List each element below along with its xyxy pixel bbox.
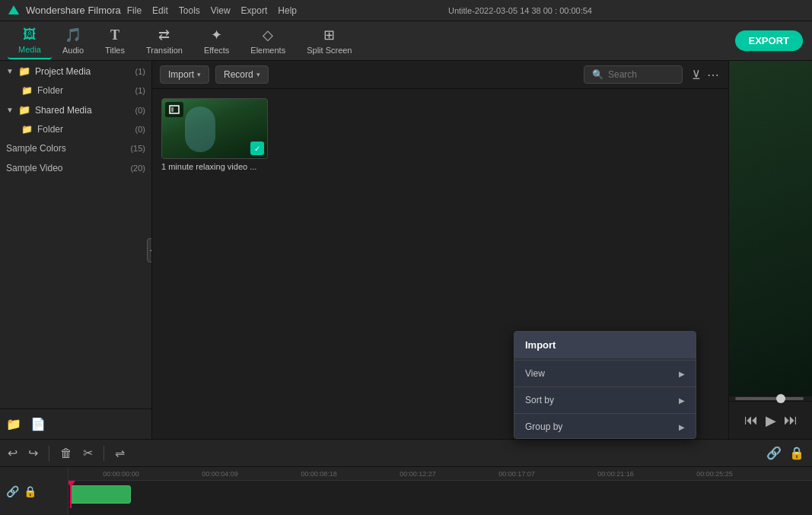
- toolbar-separator-1: [49, 446, 49, 461]
- search-box[interactable]: 🔍: [584, 65, 683, 84]
- shared-media-chevron: ▼: [6, 106, 14, 114]
- main-area: ▼ 📁 Project Media (1) 📁 Folder (1) ▼ 📁 S…: [0, 61, 812, 439]
- toolbar-titles-label: Titles: [105, 46, 125, 55]
- toolbar-audio[interactable]: 🎵 Audio: [52, 23, 94, 59]
- preview-prev-button[interactable]: ⏮: [744, 412, 758, 428]
- preview-slider-thumb: [776, 394, 785, 403]
- project-media-section: ▼ 📁 Project Media (1) 📁 Folder (1): [0, 61, 151, 100]
- preview-panel: ⏮ ▶ ⏭: [728, 61, 812, 439]
- main-toolbar: 🖼 Media 🎵 Audio T Titles ⇄ Transition ✦ …: [0, 21, 812, 61]
- timeline-ruler: 00:00:00:00 00:00:04:09 00:00:08:18 00:0…: [68, 467, 812, 481]
- audio-icon: 🎵: [65, 27, 81, 43]
- shared-media-section: ▼ 📁 Shared Media (0) 📁 Folder (0): [0, 100, 151, 138]
- playhead[interactable]: [70, 481, 72, 508]
- delete-icon[interactable]: 🗑: [60, 447, 72, 460]
- menu-help[interactable]: Help: [278, 5, 297, 16]
- svg-rect-1: [170, 106, 179, 113]
- ruler-mark-6: 00:00:25:25: [665, 470, 764, 478]
- toolbar-media-label: Media: [18, 45, 41, 54]
- sample-colors-item[interactable]: Sample Colors (15): [0, 138, 151, 158]
- toolbar-media[interactable]: 🖼 Media: [8, 23, 52, 59]
- ruler-mark-3: 00:00:12:27: [368, 470, 467, 478]
- project-media-folder[interactable]: 📁 Folder (1): [0, 81, 151, 100]
- lock-icon[interactable]: 🔒: [789, 446, 804, 460]
- context-menu-view-arrow: ▶: [679, 370, 685, 378]
- search-icon: 🔍: [592, 69, 603, 80]
- svg-rect-2: [171, 107, 174, 112]
- thumbnail-overlay-tl: [165, 102, 183, 117]
- toolbar-titles[interactable]: T Titles: [94, 23, 135, 59]
- effects-icon: ✦: [211, 27, 222, 43]
- export-button[interactable]: EXPORT: [735, 30, 803, 51]
- sample-colors-label: Sample Colors: [6, 143, 130, 154]
- toolbar-splitscreen[interactable]: ⊞ Split Screen: [296, 23, 362, 59]
- shared-media-label: Shared Media: [35, 105, 131, 116]
- context-menu-sortby[interactable]: Sort by ▶: [514, 389, 696, 412]
- thumbnail-waterfall: [185, 106, 215, 152]
- context-menu-sortby-arrow: ▶: [679, 396, 685, 405]
- toolbar-splitscreen-label: Split Screen: [307, 46, 352, 55]
- search-input[interactable]: [608, 69, 677, 80]
- cut-icon[interactable]: ✂: [83, 446, 93, 460]
- timeline-main: 00:00:00:00 00:00:04:09 00:00:08:18 00:0…: [68, 467, 812, 515]
- shared-media-folder-icon: 📁: [18, 104, 30, 116]
- content-area: Import ▾ Record ▾ 🔍 ⊻ ⋯: [152, 61, 728, 439]
- redo-icon[interactable]: ↪: [28, 446, 38, 460]
- toolbar-effects[interactable]: ✦ Effects: [193, 23, 240, 59]
- undo-icon[interactable]: ↩: [8, 446, 18, 460]
- ruler-mark-2: 00:00:08:18: [269, 470, 368, 478]
- menu-edit[interactable]: Edit: [152, 5, 168, 16]
- toolbar-elements[interactable]: ◇ Elements: [240, 23, 296, 59]
- adjust-icon[interactable]: ⇌: [115, 446, 125, 460]
- preview-play-button[interactable]: ▶: [766, 412, 776, 429]
- record-label: Record: [224, 69, 253, 80]
- sample-video-item[interactable]: Sample Video (20): [0, 158, 151, 178]
- record-button[interactable]: Record ▾: [215, 65, 269, 84]
- import-dropdown-arrow: ▾: [197, 71, 201, 78]
- menu-view[interactable]: View: [211, 5, 231, 16]
- toolbar-transition[interactable]: ⇄ Transition: [135, 23, 193, 59]
- record-dropdown-arrow: ▾: [256, 71, 260, 78]
- context-menu-divider-3: [514, 413, 696, 414]
- app-name: Wondershare Filmora: [26, 5, 121, 16]
- timeline-strip[interactable]: [68, 481, 812, 508]
- context-menu-view[interactable]: View ▶: [514, 362, 696, 385]
- shared-media-header[interactable]: ▼ 📁 Shared Media (0): [0, 100, 151, 120]
- context-menu-groupby-label: Group by: [525, 421, 562, 432]
- timeline-clip[interactable]: [70, 485, 131, 504]
- media-thumbnail: ✓: [161, 98, 268, 159]
- menu-tools[interactable]: Tools: [179, 5, 200, 16]
- preview-area: [729, 61, 812, 396]
- collapse-panel-button[interactable]: ◀: [147, 238, 152, 262]
- media-icon: 🖼: [23, 27, 37, 43]
- context-menu: Import View ▶ Sort by ▶ Group by ▶: [514, 331, 696, 439]
- menu-file[interactable]: File: [127, 5, 142, 16]
- import-label: Import: [168, 69, 194, 80]
- track-lock-icon[interactable]: 🔒: [24, 485, 37, 498]
- titlebar: Wondershare Filmora File Edit Tools View…: [0, 0, 812, 21]
- filter-icon[interactable]: ⊻: [692, 68, 701, 82]
- context-menu-groupby[interactable]: Group by ▶: [514, 415, 696, 438]
- media-item[interactable]: ✓ 1 minute relaxing video ...: [161, 98, 268, 171]
- project-media-label: Project Media: [35, 66, 131, 77]
- magnet-icon[interactable]: 🔗: [766, 446, 782, 460]
- preview-next-button[interactable]: ⏭: [784, 412, 798, 428]
- transition-icon: ⇄: [158, 27, 170, 43]
- app-logo: [8, 5, 20, 17]
- menu-export[interactable]: Export: [241, 5, 268, 16]
- context-menu-divider-2: [514, 386, 696, 387]
- shared-media-folder[interactable]: 📁 Folder (0): [0, 120, 151, 138]
- new-file-icon[interactable]: 📄: [30, 417, 46, 431]
- video-frame-icon: [169, 105, 180, 114]
- sample-colors-count: (15): [130, 144, 145, 153]
- preview-progress-slider[interactable]: [735, 397, 804, 400]
- new-folder-icon[interactable]: 📁: [6, 417, 21, 431]
- project-media-chevron: ▼: [6, 67, 14, 75]
- titles-icon: T: [110, 27, 119, 43]
- content-toolbar: Import ▾ Record ▾ 🔍 ⊻ ⋯: [152, 61, 728, 89]
- project-media-folder-count: (1): [135, 86, 145, 95]
- more-options-icon[interactable]: ⋯: [707, 68, 721, 82]
- track-link-icon[interactable]: 🔗: [6, 485, 19, 498]
- import-button[interactable]: Import ▾: [160, 65, 209, 84]
- project-media-header[interactable]: ▼ 📁 Project Media (1): [0, 61, 151, 81]
